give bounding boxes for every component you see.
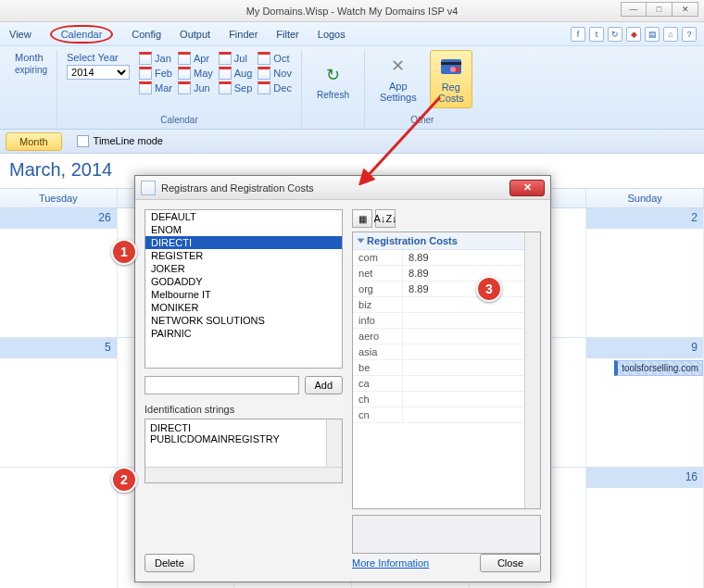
calendar-event[interactable]: toolsforselling.com bbox=[614, 360, 703, 376]
refresh-icon[interactable]: ↻ bbox=[608, 27, 622, 42]
close-button[interactable]: Close bbox=[480, 554, 541, 572]
registrar-item[interactable]: MONIKER bbox=[145, 301, 342, 314]
social-icons: f t ↻ ◆ ▤ ⌂ ? bbox=[571, 27, 697, 42]
svg-rect-1 bbox=[441, 62, 461, 65]
calendar-day[interactable]: 2 bbox=[586, 208, 704, 337]
month-jul[interactable]: Jul bbox=[219, 52, 253, 65]
annotation-badge-1: 1 bbox=[111, 239, 137, 265]
cost-row[interactable]: aero bbox=[353, 329, 524, 344]
delete-button[interactable]: Delete bbox=[145, 554, 195, 572]
cost-row[interactable]: ch bbox=[353, 392, 524, 407]
cost-row[interactable]: be bbox=[353, 360, 524, 376]
calendar-day[interactable]: 9toolsforselling.com bbox=[586, 338, 704, 467]
month-jan[interactable]: Jan bbox=[139, 52, 172, 65]
book-icon[interactable]: ▤ bbox=[645, 27, 660, 42]
calendar-day[interactable]: 16 bbox=[586, 468, 704, 588]
other-group-label: Other bbox=[372, 113, 472, 127]
month-nov[interactable]: Nov bbox=[258, 67, 292, 80]
month-label-2: expiring bbox=[15, 65, 47, 75]
cube-icon[interactable]: ◆ bbox=[626, 27, 641, 42]
month-feb[interactable]: Feb bbox=[139, 67, 172, 80]
menu-output[interactable]: Output bbox=[180, 29, 210, 40]
cost-row[interactable]: cn bbox=[353, 407, 524, 423]
ribbon-calendar-group: Select Year 2014 JanAprJulOctFebMayAugNo… bbox=[57, 50, 302, 127]
more-info-link[interactable]: More Information bbox=[352, 557, 429, 569]
month-oct[interactable]: Oct bbox=[258, 52, 292, 65]
calendar-day[interactable] bbox=[0, 468, 118, 588]
categorize-button[interactable]: ▦ bbox=[352, 209, 372, 228]
registrar-item[interactable]: NETWORK SOLUTIONS bbox=[145, 314, 342, 327]
reg-costs-button[interactable]: RegCosts bbox=[430, 50, 472, 108]
calendar-day[interactable]: 26 bbox=[0, 208, 118, 337]
calendar-icon bbox=[178, 52, 191, 65]
year-selector: Select Year 2014 bbox=[65, 50, 132, 81]
maximize-button[interactable]: □ bbox=[647, 2, 673, 17]
scrollbar-horizontal[interactable] bbox=[145, 467, 342, 482]
timeline-toggle[interactable]: TimeLine mode bbox=[77, 135, 163, 148]
cost-row[interactable]: net8.89 bbox=[353, 266, 524, 281]
help-icon[interactable]: ? bbox=[682, 27, 697, 42]
cost-row[interactable]: ca bbox=[353, 376, 524, 392]
month-mar[interactable]: Mar bbox=[139, 81, 172, 94]
add-registrar-input[interactable] bbox=[145, 376, 299, 394]
menu-calendar[interactable]: Calendar bbox=[50, 25, 114, 44]
annotation-badge-2: 2 bbox=[111, 467, 137, 493]
registrar-item[interactable]: ENOM bbox=[145, 223, 342, 236]
tools-icon: ✕ bbox=[386, 54, 410, 78]
menu-view[interactable]: View bbox=[9, 29, 31, 40]
cost-row[interactable]: info bbox=[353, 313, 524, 329]
add-button[interactable]: Add bbox=[305, 376, 344, 394]
month-may[interactable]: May bbox=[178, 67, 213, 80]
scrollbar-vertical[interactable] bbox=[326, 419, 342, 467]
month-view-button[interactable]: Month bbox=[6, 132, 62, 151]
registrar-item[interactable]: GODADDY bbox=[145, 275, 342, 288]
registrar-item[interactable]: PAIRNIC bbox=[145, 327, 342, 340]
dialog-left-column: DEFAULTENOMDIRECTIREGISTERJOKERGODADDYMe… bbox=[145, 209, 343, 572]
day-header: Sunday bbox=[586, 189, 704, 207]
dialog-icon bbox=[141, 181, 156, 195]
app-settings-button[interactable]: ✕ AppSettings bbox=[372, 50, 424, 106]
registrar-item[interactable]: JOKER bbox=[145, 262, 342, 275]
cost-row[interactable]: biz bbox=[353, 297, 524, 313]
menu-config[interactable]: Config bbox=[132, 29, 161, 40]
menu-logos[interactable]: Logos bbox=[318, 29, 346, 40]
property-description-box bbox=[352, 515, 541, 554]
propgrid-header[interactable]: Registration Costs bbox=[353, 232, 524, 250]
month-jun[interactable]: Jun bbox=[178, 81, 213, 94]
month-aug[interactable]: Aug bbox=[219, 67, 253, 80]
refresh-button[interactable]: ↻ Refresh bbox=[309, 59, 357, 104]
close-window-button[interactable]: ✕ bbox=[673, 2, 698, 17]
cost-row[interactable]: asia bbox=[353, 344, 524, 360]
registrar-item[interactable]: DIRECTI bbox=[145, 236, 342, 249]
month-apr[interactable]: Apr bbox=[178, 52, 213, 65]
day-header: Tuesday bbox=[0, 189, 118, 207]
home-icon[interactable]: ⌂ bbox=[663, 27, 678, 42]
costs-property-grid[interactable]: Registration Costscom8.89net8.89org8.89b… bbox=[352, 231, 541, 509]
registrar-item[interactable]: DEFAULT bbox=[145, 210, 342, 223]
minimize-button[interactable]: — bbox=[621, 2, 647, 17]
ribbon: Month expiring Select Year 2014 JanAprJu… bbox=[0, 46, 704, 130]
twitter-icon[interactable]: t bbox=[589, 27, 604, 42]
menu-finder[interactable]: Finder bbox=[229, 29, 258, 40]
menu-filter[interactable]: Filter bbox=[276, 29, 298, 40]
facebook-icon[interactable]: f bbox=[571, 27, 585, 42]
month-dec[interactable]: Dec bbox=[258, 81, 292, 94]
expand-icon bbox=[358, 239, 365, 244]
month-sep[interactable]: Sep bbox=[219, 81, 253, 94]
calendar-icon bbox=[178, 67, 191, 80]
id-strings-box[interactable]: DIRECTIPUBLICDOMAINREGISTRY bbox=[145, 419, 343, 483]
registrars-dialog: Registrars and Registration Costs ✕ DEFA… bbox=[134, 175, 551, 582]
registrars-listbox[interactable]: DEFAULTENOMDIRECTIREGISTERJOKERGODADDYMe… bbox=[145, 209, 343, 369]
calendar-icon bbox=[219, 81, 232, 94]
sort-az-button[interactable]: A↓Z↓ bbox=[375, 209, 396, 228]
annotation-badge-3: 3 bbox=[476, 276, 502, 302]
propgrid-scrollbar[interactable] bbox=[524, 232, 540, 508]
calendar-day[interactable]: 5 bbox=[0, 338, 118, 467]
select-year-label: Select Year bbox=[67, 52, 130, 63]
year-dropdown[interactable]: 2014 bbox=[67, 65, 130, 80]
registrar-item[interactable]: Melbourne IT bbox=[145, 288, 342, 301]
dialog-close-button[interactable]: ✕ bbox=[509, 180, 545, 196]
cost-row[interactable]: com8.89 bbox=[353, 250, 524, 266]
ribbon-month-group: Month expiring bbox=[6, 50, 57, 127]
registrar-item[interactable]: REGISTER bbox=[145, 249, 342, 262]
